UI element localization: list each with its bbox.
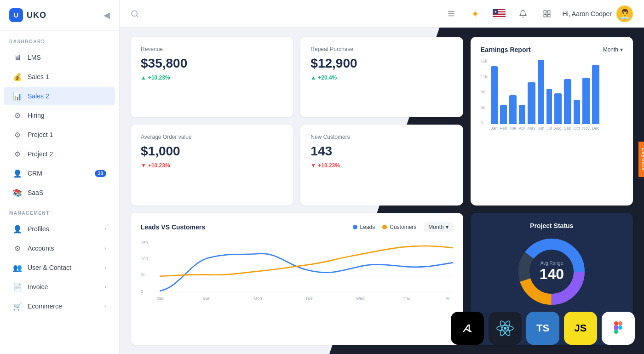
sidebar-item-project1-label: Project 1 [28, 131, 53, 138]
sidebar-item-crm[interactable]: 👤 CRM 30 [4, 164, 115, 183]
javascript-icon[interactable]: JS [564, 312, 597, 345]
svg-text:Wed: Wed [356, 295, 364, 300]
new-customers-value: 143 [310, 144, 453, 159]
revenue-card: Revenue $35,800 ▲ +10.23% [131, 37, 293, 117]
sidebar-item-ecommerce[interactable]: 🛒 Ecommerce › [4, 297, 115, 315]
language-selector[interactable]: ★ [491, 6, 507, 22]
svg-text:0: 0 [141, 288, 143, 293]
main-content: ★ Hi, Aaron Cooper 👨‍💼 [120, 0, 644, 354]
leads-chart-header: Leads VS Customers Leads Customers [141, 222, 453, 232]
leads-legend-item: Leads [353, 224, 375, 230]
notifications-button[interactable] [515, 6, 531, 22]
repeat-purchase-change: ▲ +20.4% [310, 74, 453, 81]
sidebar-item-sales2[interactable]: 📊 Sales 2 [4, 87, 115, 105]
svg-point-48 [618, 325, 622, 330]
bar-col-nov: Nov [582, 59, 590, 131]
react-icon[interactable] [489, 312, 522, 345]
sidebar-item-profiles-label: Profiles [28, 225, 49, 233]
layouts-tab[interactable]: Layouts [638, 142, 644, 177]
sidebar-item-invoice-label: Invoice [28, 283, 48, 291]
avg-order-change: ▼ +10.23% [141, 162, 283, 169]
avg-order-label: Average Order value [141, 134, 283, 140]
sidebar-item-project2[interactable]: ⚙ Project 2 [4, 145, 115, 163]
leads-title: Leads VS Customers [141, 223, 205, 231]
sidebar-item-lms[interactable]: 🖥 LMS [4, 48, 115, 67]
nextjs-icon[interactable] [451, 312, 484, 345]
avg-range-label: Avg Range [540, 261, 564, 266]
revenue-label: Revenue [141, 46, 283, 52]
sidebar-collapse-button[interactable]: ◀ [104, 10, 110, 20]
dashboard-section-label: DASHBOARD [0, 31, 119, 48]
sidebar-header: U UKO ◀ [0, 0, 119, 31]
chevron-down-icon-2: ▾ [446, 224, 448, 230]
sidebar-item-sales1-label: Sales 1 [28, 73, 49, 80]
project-donut-chart: Avg Range 140 [515, 235, 588, 308]
accounts-chevron-icon: › [104, 245, 106, 251]
svg-text:Sun: Sun [203, 295, 211, 300]
sidebar-item-project2-label: Project 2 [28, 150, 53, 158]
content-area: Revenue $35,800 ▲ +10.23% Repeat Purchas… [120, 28, 644, 354]
sidebar-item-accounts[interactable]: ⚙ Accounts › [4, 239, 115, 257]
repeat-purchase-card: Repeat Purchase $12,900 ▲ +20.4% [300, 37, 463, 117]
up-arrow-icon-2: ▲ [310, 74, 316, 81]
profiles-chevron-icon: › [104, 226, 106, 232]
sidebar-item-invoice[interactable]: 📄 Invoice › [4, 278, 115, 296]
figma-logo [610, 320, 627, 337]
svg-rect-44 [614, 321, 618, 325]
avatar: 👨‍💼 [616, 6, 633, 22]
customers-label: Customers [390, 224, 416, 230]
leads-period-selector[interactable]: Month ▾ [424, 222, 453, 232]
logo-icon: U [9, 8, 23, 22]
search-bar[interactable] [131, 10, 436, 18]
figma-icon[interactable] [602, 312, 635, 345]
leads-dot [353, 225, 357, 229]
bar-mar [509, 95, 517, 124]
svg-text:50: 50 [141, 272, 146, 277]
sidebar-item-profiles[interactable]: 👤 Profiles › [4, 220, 115, 238]
svg-rect-17 [547, 11, 550, 13]
earnings-chart-header: Earnings Report Month ▾ [481, 46, 623, 53]
earnings-period-selector[interactable]: Month ▾ [603, 46, 623, 53]
svg-rect-46 [614, 330, 618, 334]
chevron-down-icon: ▾ [620, 46, 623, 53]
flag-icon: ★ [493, 9, 506, 18]
svg-text:Mon: Mon [253, 295, 262, 300]
typescript-icon[interactable]: TS [526, 312, 559, 345]
svg-text:Tue: Tue [305, 295, 313, 300]
avg-order-change-value: +10.23% [148, 162, 170, 169]
theme-toggle-button[interactable] [467, 6, 483, 22]
saas-icon: 📚 [13, 188, 22, 197]
sidebar-item-user-contact[interactable]: 👥 User & Contact › [4, 258, 115, 277]
logo[interactable]: U UKO [9, 8, 46, 22]
sidebar-item-hiring[interactable]: ⚙ Hiring [4, 106, 115, 125]
earnings-chart-card: Earnings Report Month ▾ 15k 11k 8k 4k 0 … [471, 37, 633, 206]
sidebar-item-saas[interactable]: 📚 SaaS [4, 183, 115, 202]
menu-icon-button[interactable] [443, 6, 460, 22]
avg-range-value: 140 [540, 266, 564, 283]
hiring-icon: ⚙ [13, 111, 22, 120]
sales2-icon: 📊 [13, 91, 22, 101]
bar-label-jul: Jul [546, 126, 552, 131]
bar-col-jul: Jul [546, 59, 552, 131]
bar-jan [491, 66, 498, 124]
svg-text:Fri: Fri [445, 295, 450, 300]
crm-badge: 30 [95, 170, 106, 177]
repeat-purchase-value: $12,900 [310, 56, 453, 71]
bar-label-oct: Oct [574, 126, 580, 131]
sidebar-item-project1[interactable]: ⚙ Project 1 [4, 126, 115, 144]
apps-button[interactable] [539, 6, 555, 22]
react-logo [496, 319, 514, 337]
leads-legend: Leads Customers [353, 224, 417, 230]
user-profile[interactable]: Hi, Aaron Cooper 👨‍💼 [563, 6, 633, 22]
crm-icon: 👤 [13, 169, 22, 178]
sidebar-item-sales1[interactable]: 💰 Sales 1 [4, 68, 115, 86]
bar-label-jan: Jan [491, 126, 498, 131]
bar-jul [546, 89, 552, 124]
sales1-icon: 💰 [13, 72, 22, 81]
search-icon [131, 10, 139, 18]
bar-col-feb: Feb [500, 59, 507, 131]
project1-icon: ⚙ [13, 130, 22, 139]
svg-text:150: 150 [141, 240, 148, 245]
svg-text:★: ★ [494, 10, 497, 13]
avg-order-card: Average Order value $1,000 ▼ +10.23% [131, 125, 293, 205]
